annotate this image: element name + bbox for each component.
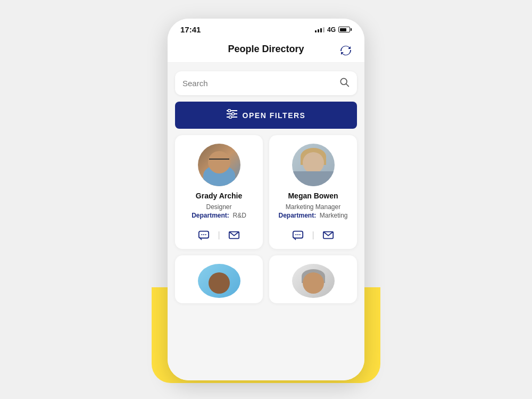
svg-point-15	[297, 234, 298, 235]
battery-icon	[338, 27, 352, 32]
svg-point-6	[231, 113, 234, 115]
card-actions-grady: |	[195, 228, 242, 243]
divider-megan: |	[312, 230, 314, 240]
svg-point-16	[300, 234, 301, 235]
email-button-grady[interactable]	[226, 228, 243, 243]
svg-point-14	[296, 234, 297, 235]
avatar-megan	[292, 144, 335, 186]
person-card-grady: Grady Archie Designer Department: R&D	[175, 135, 263, 249]
person-role-grady: Designer	[206, 203, 231, 211]
page-title: People Directory	[228, 44, 304, 55]
person-card-partial-3	[175, 255, 263, 303]
svg-point-7	[229, 116, 231, 119]
svg-point-10	[203, 234, 204, 235]
avatar-person4	[292, 264, 335, 298]
svg-point-9	[202, 234, 203, 235]
phone-frame: 17:41 4G People Directory	[168, 19, 364, 380]
search-icon	[339, 77, 350, 90]
refresh-button[interactable]	[337, 41, 355, 60]
card-actions-megan: |	[289, 228, 336, 243]
email-button-megan[interactable]	[320, 228, 337, 243]
person-card-megan: Megan Bowen Marketing Manager Department…	[269, 135, 357, 249]
refresh-icon	[339, 44, 352, 57]
person-dept-megan: Department: Marketing	[278, 212, 347, 219]
person-role-megan: Marketing Manager	[286, 203, 340, 211]
status-icons: 4G	[315, 26, 352, 34]
person-dept-grady: Department: R&D	[192, 212, 246, 219]
main-content: OPEN FILTERS Grady Archie Designer Depar…	[168, 63, 364, 380]
open-filters-button[interactable]: OPEN FILTERS	[175, 102, 357, 129]
status-time: 17:41	[180, 25, 201, 34]
avatar-grady	[198, 144, 240, 186]
chat-button-grady[interactable]	[195, 228, 212, 243]
person-card-partial-4	[269, 255, 357, 303]
svg-point-11	[205, 234, 206, 235]
person-name-grady: Grady Archie	[196, 192, 242, 200]
app-header: People Directory	[168, 38, 364, 63]
avatar-person3	[198, 264, 240, 298]
chat-button-megan[interactable]	[289, 228, 306, 243]
search-input[interactable]	[182, 79, 335, 88]
filter-icon	[227, 109, 237, 121]
filter-button-label: OPEN FILTERS	[243, 111, 306, 120]
search-bar[interactable]	[175, 71, 357, 95]
network-label: 4G	[327, 26, 336, 34]
divider-grady: |	[218, 230, 220, 240]
person-cards-partial	[175, 255, 357, 303]
signal-icon	[315, 27, 325, 32]
person-cards-grid: Grady Archie Designer Department: R&D	[175, 135, 357, 249]
svg-point-5	[228, 110, 230, 112]
person-name-megan: Megan Bowen	[288, 192, 338, 200]
status-bar: 17:41 4G	[168, 19, 364, 38]
svg-line-1	[346, 84, 349, 87]
